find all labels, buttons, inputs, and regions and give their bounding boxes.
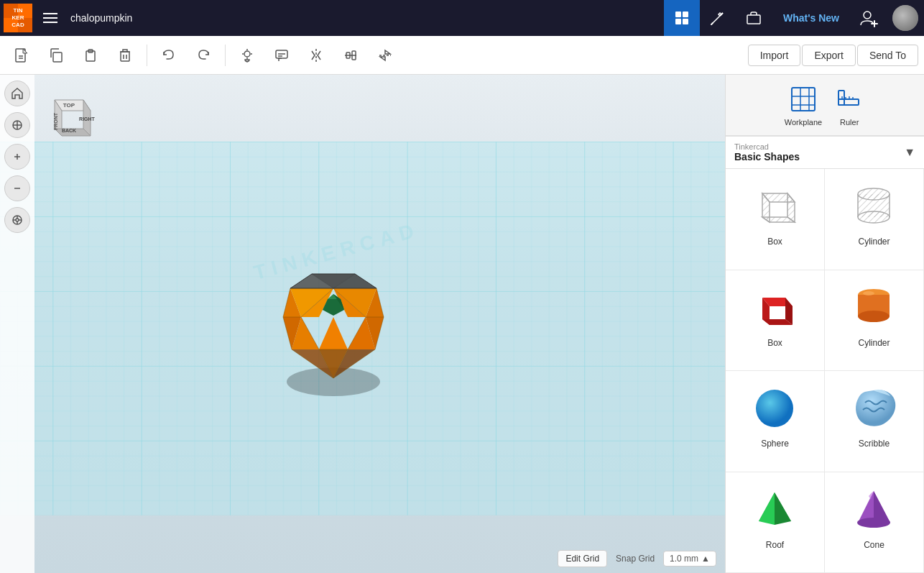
shape-box-solid-icon [747, 282, 804, 332]
ruler-icon [833, 83, 865, 115]
fit-view-button[interactable] [4, 112, 30, 138]
shape-cone[interactable]: Cone [825, 472, 924, 574]
svg-text:BACK: BACK [62, 128, 76, 133]
snap-grid-arrow-icon: ▲ [701, 554, 710, 564]
shape-box-solid[interactable]: Box [726, 270, 825, 372]
undo-button[interactable] [153, 41, 185, 70]
svg-text:TOP: TOP [63, 102, 75, 109]
shapes-type-label: Basic Shapes [734, 151, 904, 162]
home-view-button[interactable] [4, 81, 30, 106]
svg-point-130 [858, 311, 890, 322]
orientation-button[interactable] [4, 207, 30, 233]
svg-marker-134 [775, 492, 791, 525]
hamburger-icon [43, 13, 57, 23]
viewport-status: Edit Grid Snap Grid 1.0 mm ▲ [558, 550, 716, 567]
projects-button[interactable] [736, 0, 772, 36]
flip-button[interactable] [369, 41, 401, 70]
delete-button[interactable] [109, 41, 141, 70]
export-button[interactable]: Export [802, 45, 855, 66]
svg-point-132 [756, 390, 793, 427]
svg-rect-9 [683, 19, 688, 24]
shape-cone-icon [846, 484, 903, 534]
3d-object[interactable] [262, 245, 405, 403]
shapes-category-dropdown[interactable]: Tinkercad Basic Shapes ▼ [726, 136, 924, 169]
svg-rect-108 [838, 91, 844, 105]
whats-new-button[interactable]: What's New [772, 0, 851, 36]
shape-roof[interactable]: Roof [726, 472, 825, 574]
shape-sphere-solid-icon [747, 382, 804, 433]
avatar[interactable] [892, 5, 918, 31]
dropdown-arrow-icon: ▼ [904, 146, 915, 159]
category-label: Tinkercad [734, 142, 904, 151]
svg-rect-21 [121, 52, 129, 61]
shape-roof-label: Roof [766, 540, 784, 550]
svg-point-131 [863, 291, 874, 295]
zoom-in-button[interactable] [4, 144, 30, 170]
svg-text:CAD: CAD [11, 22, 24, 28]
viewport[interactable]: TINKERCAD TOP FRONT RIGHT BACK [0, 75, 725, 573]
top-navigation: TIN KER CAD chalopumpkin [0, 0, 924, 36]
shape-cylinder-ghost[interactable]: Cylinder [825, 169, 924, 270]
svg-marker-135 [759, 492, 775, 525]
shape-scribble-icon [846, 382, 903, 433]
shape-cylinder-solid[interactable]: Cylinder [825, 270, 924, 372]
workplane-icon [787, 83, 819, 115]
svg-rect-102 [792, 88, 815, 111]
workplane-label: Workplane [785, 118, 822, 127]
svg-marker-65 [319, 317, 348, 349]
import-button[interactable]: Import [748, 45, 801, 66]
grid-view-button[interactable] [664, 0, 700, 36]
snap-grid-number: 1.0 mm [670, 554, 698, 564]
shape-scribble-label: Scribble [859, 439, 890, 449]
logo[interactable]: TIN KER CAD [0, 0, 36, 36]
svg-text:TIN: TIN [14, 7, 23, 14]
shape-box-ghost[interactable]: Box [726, 169, 825, 270]
pickaxe-button[interactable] [700, 0, 736, 36]
shape-box-ghost-icon [747, 180, 804, 231]
shape-box-ghost-label: Box [767, 237, 782, 247]
hamburger-menu-button[interactable] [36, 0, 65, 36]
svg-point-55 [16, 219, 19, 221]
svg-rect-17 [53, 52, 62, 62]
zoom-out-button[interactable] [4, 175, 30, 201]
svg-text:KER: KER [12, 14, 24, 21]
light-button[interactable] [231, 41, 263, 70]
axis-cube[interactable]: TOP FRONT RIGHT BACK [40, 89, 98, 147]
ruler-label: Ruler [840, 118, 859, 127]
logo-image: TIN KER CAD [4, 4, 32, 32]
shape-cylinder-solid-label: Cylinder [858, 338, 890, 348]
edit-grid-button[interactable]: Edit Grid [558, 550, 607, 567]
comment-button[interactable] [266, 41, 297, 70]
svg-point-11 [864, 12, 871, 19]
snap-grid-label: Snap Grid [616, 554, 655, 564]
snap-grid-value[interactable]: 1.0 mm ▲ [663, 551, 716, 567]
panel-tools-header: Workplane Ruler [726, 75, 924, 136]
main-layout: TINKERCAD TOP FRONT RIGHT BACK [0, 75, 924, 573]
shape-roof-icon [747, 484, 804, 534]
svg-text:FRONT: FRONT [53, 112, 58, 130]
svg-text:RIGHT: RIGHT [79, 116, 96, 122]
left-tools [0, 75, 34, 573]
workplane-tool[interactable]: Workplane [785, 83, 822, 127]
shape-cylinder-solid-icon [846, 282, 903, 332]
shapes-grid: Box [726, 169, 924, 573]
svg-point-24 [244, 51, 250, 57]
shape-sphere-solid[interactable]: Sphere [726, 371, 825, 472]
shape-sphere-solid-label: Sphere [761, 439, 789, 449]
paste-button[interactable] [75, 41, 106, 70]
copy-button[interactable] [40, 41, 72, 70]
ruler-tool[interactable]: Ruler [833, 83, 865, 127]
svg-marker-138 [874, 491, 890, 525]
right-panel: Workplane Ruler [725, 75, 924, 573]
send-to-button[interactable]: Send To [857, 45, 918, 66]
align-button[interactable] [335, 41, 366, 70]
new-button[interactable] [6, 41, 37, 70]
svg-rect-6 [675, 12, 681, 17]
shape-scribble[interactable]: Scribble [825, 371, 924, 472]
mirror-button[interactable] [300, 41, 332, 70]
svg-point-123 [858, 211, 890, 223]
redo-button[interactable] [188, 41, 219, 70]
add-user-button[interactable] [851, 0, 887, 36]
toolbar-right-buttons: Import Export Send To [748, 45, 918, 66]
svg-rect-7 [683, 12, 688, 17]
